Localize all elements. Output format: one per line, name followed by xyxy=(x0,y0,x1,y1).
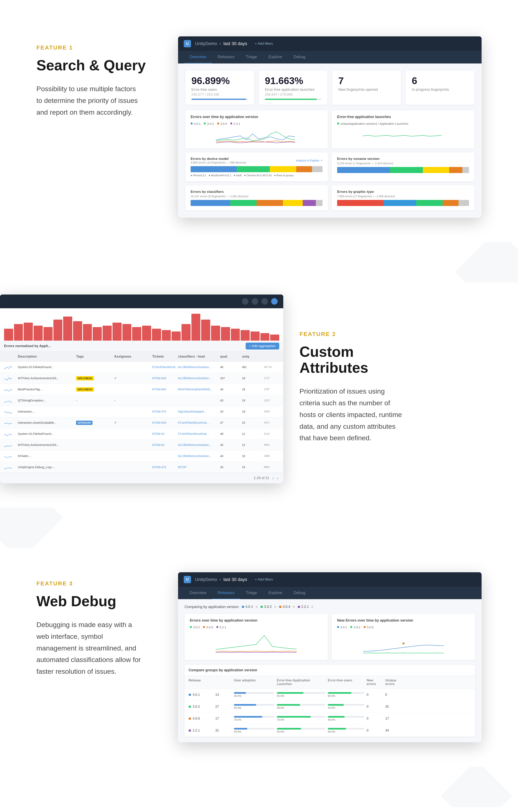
metric-bar-launches xyxy=(265,99,321,100)
feature-1-title: Search & Query xyxy=(36,57,154,74)
pb-ef-launches-221 xyxy=(277,728,325,729)
rel-nav-explore[interactable]: Explore xyxy=(263,587,288,599)
row8-counts: 4851 xyxy=(264,443,283,446)
table-row: Interaction.AssetScriptable... SPONSOR ✓… xyxy=(0,417,283,428)
rel-nav-overview[interactable]: Overview xyxy=(184,587,212,599)
chart-errors-by-version: Errors over time by application version … xyxy=(185,614,328,660)
spark-1 xyxy=(4,364,12,370)
rbar-22 xyxy=(211,326,220,341)
topbar-btn-2[interactable] xyxy=(252,298,258,304)
topbar-btn-4[interactable] xyxy=(271,298,278,304)
rbar-19 xyxy=(182,324,191,340)
errors-device-link[interactable]: Analyze in Explore ↗ xyxy=(296,159,323,162)
breadcrumb-date[interactable]: last 30 days xyxy=(223,41,247,46)
rv-new-221: 0 xyxy=(366,729,383,732)
chart-errors-svg-container xyxy=(191,128,323,144)
errors-device-sub: 3,860 errors (10 fingerprints — 589 devi… xyxy=(191,161,246,164)
rel-breadcrumb-app[interactable]: UnityDemo xyxy=(195,577,217,582)
rbar-24 xyxy=(231,329,240,341)
pb-adoption-221 xyxy=(234,728,274,729)
topbar-btn-3[interactable] xyxy=(262,298,268,304)
pb-pct-adoption-400: 70.0% xyxy=(234,718,274,721)
vcross-221[interactable]: ✕ xyxy=(311,605,313,609)
feature-1-text: FEATURE 1 Search & Query Possibility to … xyxy=(36,36,154,118)
metric-value-launches: 91.663% xyxy=(265,76,321,86)
pb-ef-launches-400 xyxy=(277,716,325,718)
spark-6 xyxy=(4,419,12,426)
leg-rel-221: 2.2.1 xyxy=(216,626,226,629)
table-row: QTStringException... - - 43 19 1122 xyxy=(0,395,283,406)
leg-label-rel-302: 3.0.2 xyxy=(193,626,200,629)
row3-classifiers: BhvPGMinimalHint#WNG... xyxy=(178,388,219,391)
row2-desc: WTFArts.Achievements#183... xyxy=(18,376,75,380)
vcross-304[interactable]: ✕ xyxy=(292,605,295,609)
pagination-next[interactable]: › xyxy=(277,476,278,481)
nav-debug[interactable]: Debug xyxy=(288,51,311,63)
row4-desc: QTStringException... xyxy=(18,399,75,402)
leg-rel-302: 3.0.2 xyxy=(190,626,200,629)
rv-adoption-221: 33.0% xyxy=(234,728,274,733)
add-aggregation-btn[interactable]: + Add aggregation xyxy=(246,343,279,349)
feature-2-label: FEATURE 2 xyxy=(299,331,421,337)
rth-release: Release xyxy=(189,678,213,686)
metric-label-fingerprints: New fingerprints opened xyxy=(338,88,395,92)
vcross-302[interactable]: ✕ xyxy=(274,605,277,609)
rth-unique-errors: Unique errors xyxy=(385,678,406,686)
cls-bar-5 xyxy=(303,200,316,206)
col-tags: Tags xyxy=(76,354,112,358)
cls-bar-6 xyxy=(316,200,323,206)
pb-adoption-400 xyxy=(234,716,274,718)
leg-ne-300: 3.0.0 xyxy=(363,626,374,629)
pb-pct-adoption-302: 55.0% xyxy=(234,706,274,709)
rv-new-400: 0 xyxy=(366,717,383,720)
nav-releases[interactable]: Releases xyxy=(212,51,240,63)
topbar-btn-1[interactable] xyxy=(242,298,248,304)
spark-4 xyxy=(4,398,12,404)
row2-uniq: 18 xyxy=(242,377,262,380)
rel-breadcrumb-date[interactable]: last 30 days xyxy=(223,577,247,582)
version-221: 2.2.1 ✕ xyxy=(298,605,314,609)
row8-tickets: NTDM-63 xyxy=(152,443,176,446)
page-container: FEATURE 1 Search & Query Possibility to … xyxy=(0,0,518,807)
releases-filter[interactable]: + Add filters xyxy=(251,576,277,583)
chart-new-errors: New Errors over time by application vers… xyxy=(332,614,475,660)
spark-2 xyxy=(4,375,12,381)
col-qual: qual xyxy=(220,354,240,358)
rv-num-400: 17 xyxy=(215,717,231,720)
errors-device-title-text: Errors by device model xyxy=(191,157,246,161)
nav-triage[interactable]: Triage xyxy=(240,51,263,63)
rel-nav-releases[interactable]: Releases xyxy=(212,587,240,599)
chart-errors-over-time: Errors over time by application version … xyxy=(185,110,328,148)
row10-desc: UnityEngine.Debug_Log+... xyxy=(18,465,75,469)
cls-bar-3 xyxy=(256,200,283,206)
pb-fill-users-400 xyxy=(328,716,345,718)
breadcrumb-app[interactable]: UnityDemo xyxy=(195,41,217,46)
releases-nav: Overview Releases Triage Explore Debug xyxy=(178,587,482,599)
rbar-8 xyxy=(73,321,82,341)
spark-10 xyxy=(4,464,12,470)
filter-pill[interactable]: + Add filters xyxy=(251,40,277,47)
feature-3-description: Debugging is made easy with a web interf… xyxy=(36,619,142,677)
row3-qual: 44 xyxy=(220,388,240,391)
row4-assignees: - xyxy=(114,399,151,402)
table-header: Description Tags Assignees Tickets class… xyxy=(0,352,283,361)
nav-explore[interactable]: Explore xyxy=(263,51,288,63)
rbar-2 xyxy=(14,324,23,340)
pb-ef-users-221 xyxy=(328,728,364,729)
errors-graphic-title: Errors by graphic type xyxy=(337,190,469,194)
rv-dot-302 xyxy=(189,705,191,708)
vcross-401[interactable]: ✕ xyxy=(255,605,258,609)
dashboard-topbar: U UnityDemo › last 30 days + Add filters xyxy=(178,36,482,51)
leg-dot-rel-221 xyxy=(216,626,218,628)
graphic-bar xyxy=(337,200,469,206)
releases-table-header: Release User adoption Error-free Applica… xyxy=(185,676,475,689)
row2-tags: DPLCHECK xyxy=(76,376,112,380)
rel-nav-triage[interactable]: Triage xyxy=(240,587,263,599)
nav-overview[interactable]: Overview xyxy=(184,51,212,63)
rel-nav-debug[interactable]: Debug xyxy=(288,587,311,599)
red-bar-chart xyxy=(0,308,283,341)
pagination-prev[interactable]: ‹ xyxy=(273,476,274,481)
breadcrumb-sep: › xyxy=(220,41,221,46)
errors-version-title: Errors by osname version xyxy=(337,157,469,161)
row1-qual: 48 xyxy=(220,366,240,369)
